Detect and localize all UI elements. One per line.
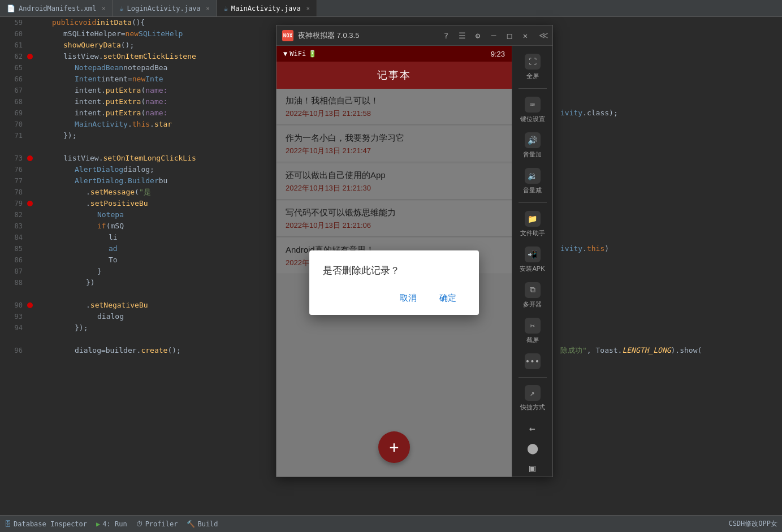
app-title: 记事本 xyxy=(377,68,411,82)
sidebar-divider-3 xyxy=(519,377,547,378)
line-numbers: 59 60 61 62 65 66 67 68 69 70 71 73 76 7… xyxy=(0,17,27,356)
tab-loginactivity-label: LoginActivity.java xyxy=(127,3,201,14)
tab-mainactivity-close[interactable]: ✕ xyxy=(306,3,310,14)
profiler-label: Profiler xyxy=(145,520,178,528)
profiler-item[interactable]: ⏱ Profiler xyxy=(136,520,178,528)
marker-column xyxy=(27,17,36,356)
emu-arrow-button[interactable]: ≪ xyxy=(540,30,547,41)
fab-button[interactable]: + xyxy=(378,431,410,463)
dialog-cancel-button[interactable]: 取消 xyxy=(391,288,426,308)
app-header: 记事本 xyxy=(276,62,512,89)
db-inspector-icon: 🗄 xyxy=(5,520,11,528)
emu-settings-button[interactable]: ⚙ xyxy=(472,30,483,41)
shortcut-label: 快捷方式 xyxy=(520,403,545,412)
run-item[interactable]: ▶ 4: Run xyxy=(96,520,127,528)
fullscreen-label: 全屏 xyxy=(526,72,539,80)
dialog-overlay: 是否删除此记录？ 取消 确定 xyxy=(276,89,512,477)
android-home-button[interactable]: ⬤ xyxy=(522,440,543,456)
emu-maximize-button[interactable]: □ xyxy=(504,30,515,41)
battery-icon: 🔋 xyxy=(308,50,317,58)
tab-loginactivity-close[interactable]: ✕ xyxy=(206,3,210,14)
android-statusbar: ▼ WiFi 🔋 9:23 xyxy=(276,46,512,62)
android-recents-button[interactable]: ▣ xyxy=(522,460,543,475)
run-label: 4: Run xyxy=(102,520,127,528)
emulator-title-label: 夜神模拟器 7.0.3.5 xyxy=(298,31,436,41)
fullscreen-icon: ⛶ xyxy=(525,54,541,70)
tab-androidmanifest[interactable]: 📄 AndroidManifest.xml ✕ xyxy=(0,0,113,16)
profiler-icon: ⏱ xyxy=(136,520,143,528)
wifi-signal-icon: ▼ xyxy=(283,50,287,58)
build-item[interactable]: 🔨 Build xyxy=(187,520,218,528)
db-inspector-label: Database Inspector xyxy=(14,520,87,528)
note-list[interactable]: 加油！我相信自己可以！ 2022年10月13日 21:21:58 作为一名小白，… xyxy=(276,89,512,477)
emulator-titlebar: NOX 夜神模拟器 7.0.3.5 ? ☰ ⚙ ─ □ ✕ ≪ xyxy=(276,25,552,46)
multi-label: 多开器 xyxy=(523,300,542,309)
emu-help-button[interactable]: ? xyxy=(440,30,452,41)
emulator-window: NOX 夜神模拟器 7.0.3.5 ? ☰ ⚙ ─ □ ✕ ≪ ▼ WiFi 🔋… xyxy=(276,25,553,477)
tab-mainactivity[interactable]: ☕ MainActivity.java ✕ xyxy=(217,0,317,16)
build-icon: 🔨 xyxy=(187,520,195,528)
vol-up-icon: 🔊 xyxy=(525,132,541,148)
sidebar-divider-1 xyxy=(519,88,547,89)
tab-mainactivity-label: MainActivity.java xyxy=(231,3,301,14)
shortcut-icon: ↗ xyxy=(525,385,541,401)
status-bar: 🗄 Database Inspector ▶ 4: Run ⏱ Profiler… xyxy=(0,515,782,532)
install-apk-button[interactable]: 📲 安装APK xyxy=(515,243,551,276)
sidebar-divider-2 xyxy=(519,202,547,203)
tab-loginactivity[interactable]: ☕ LoginActivity.java ✕ xyxy=(113,0,217,16)
vol-down-icon: 🔉 xyxy=(525,168,541,184)
tab-androidmanifest-close[interactable]: ✕ xyxy=(102,3,105,14)
right-status: CSDH修改OPP女 xyxy=(728,519,777,529)
file-icon: 📁 xyxy=(525,211,541,227)
java-icon-2: ☕ xyxy=(224,3,228,14)
dialog-buttons: 取消 确定 xyxy=(323,288,465,308)
nox-logo: NOX xyxy=(282,30,293,41)
vol-down-button[interactable]: 🔉 音量减 xyxy=(515,165,551,198)
multi-open-button[interactable]: ⧉ 多开器 xyxy=(515,279,551,312)
emu-menu-button[interactable]: ☰ xyxy=(456,30,468,41)
right-status-label: CSDH修改OPP女 xyxy=(728,519,777,529)
install-icon: 📲 xyxy=(525,246,541,262)
file-label: 文件助手 xyxy=(520,229,545,237)
more-icon: ••• xyxy=(525,353,541,369)
right-code-overflow: ivity.class); ivity.this) 除成功", Toast.LE… xyxy=(556,17,782,356)
db-inspector-item[interactable]: 🗄 Database Inspector xyxy=(5,520,87,528)
status-time: 9:23 xyxy=(491,50,505,58)
shortcut-button[interactable]: ↗ 快捷方式 xyxy=(515,382,551,415)
tab-androidmanifest-label: AndroidManifest.xml xyxy=(19,3,96,14)
screenshot-label: 截屏 xyxy=(526,336,539,344)
android-screen: ▼ WiFi 🔋 9:23 记事本 加油！我相信自己可以！ 2022年10月13… xyxy=(276,46,512,477)
vol-up-button[interactable]: 🔊 音量加 xyxy=(515,129,551,162)
file-helper-button[interactable]: 📁 文件助手 xyxy=(515,207,551,241)
keyboard-button[interactable]: ⌨ 键位设置 xyxy=(515,93,551,127)
keyboard-label: 键位设置 xyxy=(520,115,545,123)
vol-up-label: 音量加 xyxy=(523,150,542,159)
fab-icon: + xyxy=(390,438,399,457)
multi-icon: ⧉ xyxy=(525,282,541,298)
dialog-confirm-button[interactable]: 确定 xyxy=(430,288,465,308)
fullscreen-button[interactable]: ⛶ 全屏 xyxy=(515,50,551,84)
tab-bar: 📄 AndroidManifest.xml ✕ ☕ LoginActivity.… xyxy=(0,0,782,17)
android-back-button[interactable]: ← xyxy=(522,421,543,436)
java-icon-1: ☕ xyxy=(119,3,123,14)
vol-down-label: 音量减 xyxy=(523,186,542,194)
signal-icons: ▼ WiFi 🔋 xyxy=(283,50,317,58)
build-label: Build xyxy=(197,520,218,528)
screenshot-icon: ✂ xyxy=(525,318,541,334)
install-label: 安装APK xyxy=(520,265,545,273)
dialog-message: 是否删除此记录？ xyxy=(323,264,465,277)
emu-close-button[interactable]: ✕ xyxy=(520,30,531,41)
emulator-sidebar: ⛶ 全屏 ⌨ 键位设置 🔊 音量加 🔉 音量减 📁 文件助手 📲 xyxy=(512,46,552,477)
emu-minimize-button[interactable]: ─ xyxy=(488,30,499,41)
emulator-controls: ? ☰ ⚙ ─ □ ✕ xyxy=(440,30,531,41)
emulator-body: ▼ WiFi 🔋 9:23 记事本 加油！我相信自己可以！ 2022年10月13… xyxy=(276,46,552,477)
more-button[interactable]: ••• xyxy=(515,350,551,373)
keyboard-icon: ⌨ xyxy=(525,97,541,113)
screenshot-button[interactable]: ✂ 截屏 xyxy=(515,314,551,348)
xml-icon: 📄 xyxy=(7,3,15,14)
run-icon: ▶ xyxy=(96,520,100,528)
wifi-icon: WiFi xyxy=(290,50,306,58)
delete-dialog: 是否删除此记录？ 取消 确定 xyxy=(309,250,479,315)
